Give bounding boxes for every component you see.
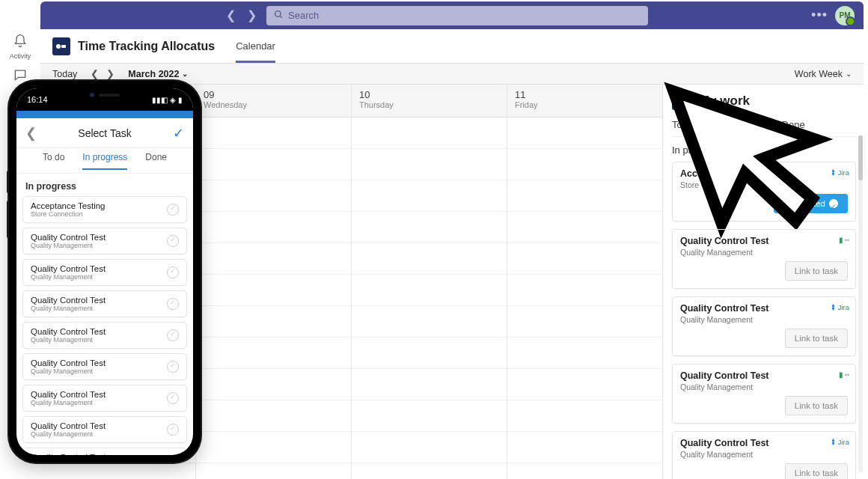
phone-item-subtitle: Store Connection [31,210,167,218]
phone-item-subtitle: Quality Management [31,273,167,281]
mywork-tab-inprogress[interactable]: In progress [712,115,765,136]
source-badge: ▮▪▪ [839,370,849,379]
phone-task-item[interactable]: Quality Control TestQuality Management [22,385,187,412]
check-circle-icon[interactable] [167,361,179,373]
svg-rect-3 [61,45,66,48]
battery-icon: ▮ [178,96,183,104]
search-icon [274,10,284,22]
phone-accent-strip [16,111,193,118]
phone-tab-inprogress[interactable]: In progress [82,152,127,170]
search-input[interactable]: Search [266,6,648,25]
teams-topbar: ❮ ❯ Search ••• PM [40,1,864,29]
phone-item-title: Quality Control Test [31,296,167,305]
link-task-button[interactable]: Link to task [785,396,848,415]
phone-header-title: Select Task [78,127,131,139]
scrollbar[interactable] [858,135,863,472]
today-button[interactable]: Today [52,69,77,79]
phone-section-label: In progress [16,174,193,196]
phone-item-title: Quality Control Test [31,421,167,430]
phone-statusbar: 16:14 ▮▮◧ ◈ ▮ [16,88,193,111]
phone-item-title: Quality Control Test [31,233,167,242]
phone-item-subtitle: Quality Management [31,399,167,406]
phone-item-title: Quality Control Test [31,327,167,336]
phone-task-item[interactable]: Quality Control TestQuality Management [22,228,187,254]
task-title: Quality Control Test [680,438,848,448]
calendar-day-header: 09Wednesday [196,85,352,117]
check-circle-icon[interactable] [167,424,179,436]
task-card[interactable]: JiraQuality Control TestQuality Manageme… [672,431,856,479]
phone-item-subtitle: Quality Management [31,336,167,344]
task-card[interactable]: ▮▪▪Quality Control TestQuality Managemen… [672,229,856,289]
link-task-button[interactable]: Link to task [785,329,848,348]
more-icon[interactable]: ••• [811,7,828,23]
rail-activity[interactable]: Activity [5,34,35,60]
link-task-button[interactable]: Link to task [785,463,848,479]
nav-back-icon[interactable]: ❮ [221,7,239,25]
source-badge: Jira [830,438,849,446]
phone-task-item[interactable]: Acceptance TestingStore Connection [22,196,187,223]
phone-item-subtitle: Quality Management [31,242,167,249]
mywork-tab-done[interactable]: Done [782,115,805,136]
mywork-title: My work [699,94,750,109]
check-circle-icon[interactable] [167,266,179,278]
phone-task-item[interactable]: Quality Control TestQuality Management [22,448,187,455]
task-subtitle: Quality Management [680,315,848,324]
source-badge: Jira [830,168,849,177]
app-title: Time Tracking Allocatus [78,40,215,53]
day-number: 09 [204,89,343,100]
phone-notch [75,88,135,102]
confirm-icon[interactable]: ✓ [173,125,184,141]
calendar-day-header: 11Friday [507,85,662,117]
task-title: Quality Control Test [680,303,848,314]
check-circle-icon[interactable] [167,329,179,341]
mywork-section-label: In progress [672,144,856,156]
phone-item-title: Quality Control Test [31,453,167,455]
source-badge: Jira [830,303,849,311]
mywork-panel: My work To do In progress Done In progre… [663,85,864,479]
phone-tab-done[interactable]: Done [145,152,167,170]
tab-calendar[interactable]: Calendar [236,30,275,63]
phone-task-item[interactable]: Quality Control TestQuality Management [22,322,187,349]
month-picker[interactable]: March 2022 ⌄ [128,69,188,79]
connected-button[interactable]: Connected✓ [774,194,848,213]
phone-item-title: Quality Control Test [31,264,167,273]
task-subtitle: Store Connnection [680,180,848,189]
back-icon[interactable]: ❮ [25,125,37,141]
search-placeholder: Search [288,10,319,21]
task-title: Quality Control Test [680,370,848,381]
check-circle-icon[interactable] [167,392,179,404]
mywork-tab-todo[interactable]: To do [672,115,696,136]
signal-icon: ▮▮◧ [152,96,168,104]
calendar-column[interactable] [196,118,352,479]
prev-week-icon[interactable]: ❮ [88,68,102,79]
check-circle-icon[interactable] [167,298,179,310]
task-card[interactable]: ▮▪▪Quality Control TestQuality Managemen… [672,364,856,424]
phone-task-item[interactable]: Quality Control TestQuality Management [22,290,187,317]
task-card[interactable]: JiraQuality Control TestQuality Manageme… [672,296,856,356]
day-number: 11 [515,89,655,100]
avatar[interactable]: PM [835,6,855,25]
phone-tab-todo[interactable]: To do [43,152,64,170]
svg-line-1 [280,16,282,18]
phone-task-item[interactable]: Quality Control TestQuality Management [22,259,187,286]
chevron-down-icon: ⌄ [846,70,852,78]
task-card[interactable]: JiraAcceptance TestingStore ConnnectionC… [672,162,856,222]
wifi-icon: ◈ [170,96,176,104]
svg-point-4 [676,99,682,104]
calendar-column[interactable] [507,118,662,479]
calendar-column[interactable] [352,118,507,479]
link-task-button[interactable]: Link to task [785,261,848,281]
mywork-logo-icon [672,92,693,110]
next-week-icon[interactable]: ❯ [103,68,117,79]
phone-task-item[interactable]: Quality Control TestQuality Management [22,353,187,380]
check-circle-icon[interactable] [167,204,179,216]
svg-point-2 [56,44,61,49]
check-circle-icon[interactable] [167,235,179,247]
phone-item-title: Quality Control Test [31,390,167,399]
view-picker[interactable]: Work Week ⌄ [795,69,852,79]
day-name: Thursday [359,100,499,109]
app-header: Time Tracking Allocatus Calendar [40,29,864,64]
phone-task-item[interactable]: Quality Control TestQuality Management [22,416,187,443]
phone-item-title: Quality Control Test [31,359,167,367]
nav-forward-icon[interactable]: ❯ [242,7,260,25]
